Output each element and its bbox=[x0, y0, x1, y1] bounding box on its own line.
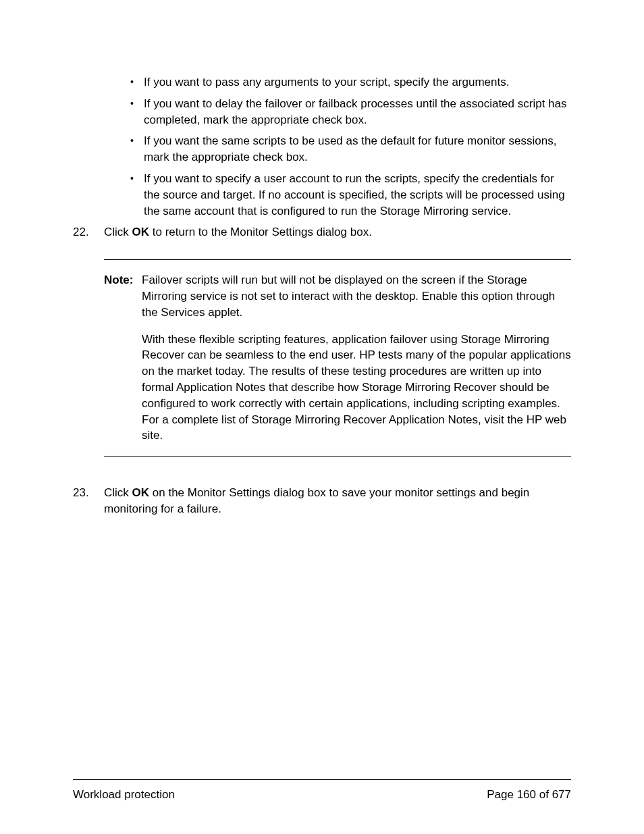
footer-page-number: Page 160 of 677 bbox=[487, 787, 571, 803]
step-number: 22. bbox=[73, 224, 104, 240]
step-text: Click OK to return to the Monitor Settin… bbox=[104, 224, 571, 240]
page-footer: Workload protection Page 160 of 677 bbox=[73, 779, 571, 803]
footer-section-title: Workload protection bbox=[73, 787, 175, 803]
text-bold: OK bbox=[132, 226, 150, 238]
note-block: Note: Failover scripts will run but will… bbox=[104, 259, 571, 457]
list-item: If you want to specify a user account to… bbox=[130, 171, 571, 219]
text-post: on the Monitor Settings dialog box to sa… bbox=[104, 486, 529, 515]
step-23: 23. Click OK on the Monitor Settings dia… bbox=[73, 485, 571, 517]
list-item: If you want to pass any arguments to you… bbox=[130, 74, 571, 90]
step-text: Click OK on the Monitor Settings dialog … bbox=[104, 485, 571, 517]
note-paragraph-1: Failover scripts will run but will not b… bbox=[142, 272, 571, 320]
note-label: Note: bbox=[104, 272, 142, 320]
text-pre: Click bbox=[104, 226, 132, 238]
list-item: If you want to delay the failover or fai… bbox=[130, 96, 571, 128]
step-number: 23. bbox=[73, 485, 104, 517]
text-post: to return to the Monitor Settings dialog… bbox=[149, 226, 372, 238]
bullet-list: If you want to pass any arguments to you… bbox=[130, 74, 571, 219]
text-pre: Click bbox=[104, 486, 132, 499]
list-item: If you want the same scripts to be used … bbox=[130, 133, 571, 165]
note-paragraph-2: With these flexible scripting features, … bbox=[142, 332, 571, 444]
text-bold: OK bbox=[132, 486, 150, 499]
step-22: 22. Click OK to return to the Monitor Se… bbox=[73, 224, 571, 240]
